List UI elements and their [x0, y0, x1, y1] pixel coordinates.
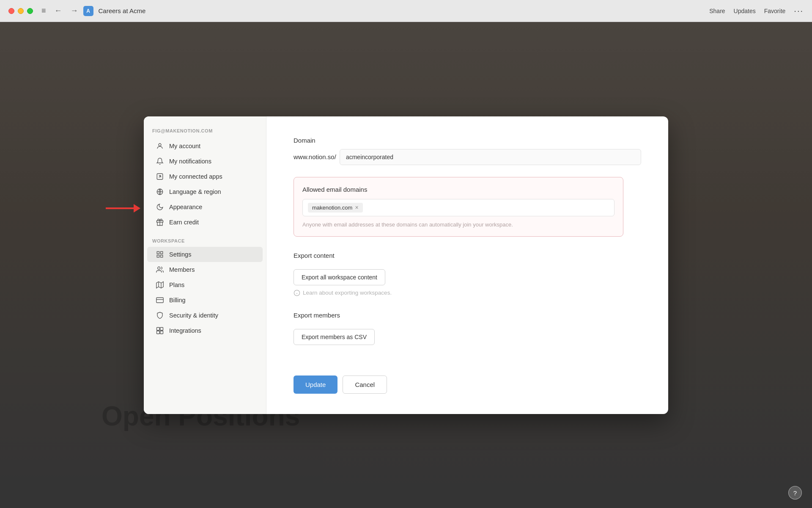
export-content-section: Export content Export all workspace cont…	[294, 252, 641, 296]
menu-button[interactable]: ≡	[41, 6, 46, 15]
globe-icon	[156, 188, 164, 196]
svg-rect-18	[160, 331, 163, 334]
sidebar-item-label: Plans	[169, 282, 184, 288]
sidebar-user-email: FIG@MAKENOTION.COM	[144, 128, 266, 138]
maximize-button[interactable]	[27, 8, 33, 14]
svg-rect-6	[161, 251, 163, 254]
sidebar-item-label: Appearance	[169, 204, 202, 210]
svg-point-0	[159, 144, 161, 146]
workspace-section-label: WORKSPACE	[144, 230, 266, 247]
export-members-section: Export members Export members as CSV	[294, 312, 641, 345]
domain-input[interactable]	[340, 149, 641, 165]
bottom-actions: Update Cancel	[294, 365, 641, 394]
sidebar-item-label: Settings	[169, 251, 191, 258]
share-button[interactable]: Share	[709, 8, 725, 14]
favorite-button[interactable]: Favorite	[764, 8, 786, 14]
moon-icon	[156, 203, 164, 211]
export-members-label: Export members	[294, 312, 641, 319]
export-content-button[interactable]: Export all workspace content	[294, 269, 385, 285]
main-content: Domain www.notion.so/ Allowed email doma…	[266, 116, 668, 414]
sidebar-item-my-notifications[interactable]: My notifications	[147, 154, 263, 169]
sidebar: FIG@MAKENOTION.COM My account	[144, 116, 266, 414]
cancel-button[interactable]: Cancel	[343, 375, 387, 394]
sidebar-item-members[interactable]: Members	[147, 262, 263, 277]
sidebar-item-settings[interactable]: Settings	[147, 247, 263, 262]
bell-icon	[156, 157, 164, 166]
sidebar-item-label: Integrations	[169, 327, 201, 334]
svg-rect-15	[157, 327, 160, 330]
domain-tag-remove[interactable]: ×	[355, 204, 358, 210]
apps-icon	[156, 326, 164, 335]
svg-marker-10	[156, 282, 164, 288]
close-button[interactable]	[8, 8, 14, 14]
person-icon	[156, 142, 164, 150]
domain-prefix: www.notion.so/	[294, 153, 336, 160]
sidebar-item-label: Billing	[169, 297, 186, 304]
page-title: Careers at Acme	[99, 7, 146, 14]
back-button[interactable]: ←	[55, 6, 62, 15]
sidebar-item-language-region[interactable]: Language & region	[147, 184, 263, 199]
sidebar-item-label: Language & region	[169, 188, 221, 195]
sidebar-item-my-account[interactable]: My account	[147, 138, 263, 154]
export-members-button[interactable]: Export members as CSV	[294, 329, 375, 345]
svg-rect-8	[157, 255, 159, 257]
allowed-domains-hint: Anyone with email addresses at these dom…	[302, 221, 614, 228]
forward-button[interactable]: →	[71, 6, 78, 15]
allowed-domains-box: Allowed email domains makenotion.com × A…	[294, 177, 623, 237]
svg-rect-5	[157, 251, 159, 254]
workspace-icon: A	[83, 6, 93, 16]
people-icon	[156, 265, 164, 274]
svg-rect-16	[160, 327, 163, 330]
grid-icon	[156, 250, 164, 259]
modal-overlay: FIG@MAKENOTION.COM My account	[0, 22, 812, 508]
gift-icon	[156, 218, 164, 226]
domain-section: Domain www.notion.so/	[294, 137, 641, 165]
updates-button[interactable]: Updates	[734, 8, 756, 14]
svg-rect-13	[156, 298, 164, 303]
sidebar-item-label: Members	[169, 266, 195, 273]
more-button[interactable]: ···	[794, 6, 804, 16]
svg-rect-17	[157, 331, 160, 334]
domain-row: www.notion.so/	[294, 149, 641, 165]
sidebar-item-security-identity[interactable]: Security & identity	[147, 308, 263, 323]
arrow-indicator	[106, 207, 135, 209]
sidebar-item-billing[interactable]: Billing	[147, 293, 263, 308]
titlebar-actions: Share Updates Favorite ···	[709, 6, 804, 16]
arrow-square-icon	[156, 172, 164, 181]
allowed-domains-title: Allowed email domains	[302, 186, 614, 193]
sidebar-item-my-connected-apps[interactable]: My connected apps	[147, 169, 263, 184]
domain-label: Domain	[294, 137, 641, 144]
sidebar-item-label: My connected apps	[169, 173, 222, 180]
update-button[interactable]: Update	[294, 375, 337, 394]
sidebar-item-label: Earn credit	[169, 219, 199, 226]
sidebar-item-appearance[interactable]: Appearance	[147, 199, 263, 215]
shield-icon	[156, 311, 164, 320]
sidebar-item-integrations[interactable]: Integrations	[147, 323, 263, 338]
export-content-label: Export content	[294, 252, 641, 259]
titlebar: ≡ ← → A Careers at Acme Share Updates Fa…	[0, 0, 812, 22]
card-icon	[156, 296, 164, 304]
sidebar-item-earn-credit[interactable]: Earn credit	[147, 215, 263, 230]
traffic-lights	[8, 8, 33, 14]
domain-tags-input[interactable]: makenotion.com ×	[302, 199, 614, 216]
domain-tag-text: makenotion.com	[312, 204, 352, 211]
minimize-button[interactable]	[18, 8, 24, 14]
domain-tag: makenotion.com ×	[308, 203, 363, 213]
svg-point-9	[158, 267, 160, 269]
export-learn-link[interactable]: Learn about exporting workspaces.	[294, 290, 641, 296]
export-learn-text: Learn about exporting workspaces.	[303, 290, 392, 296]
sidebar-item-plans[interactable]: Plans	[147, 277, 263, 293]
help-button[interactable]: ?	[788, 486, 802, 500]
sidebar-item-label: My notifications	[169, 158, 211, 165]
map-icon	[156, 281, 164, 289]
svg-rect-7	[161, 255, 163, 257]
settings-modal: FIG@MAKENOTION.COM My account	[144, 116, 668, 414]
sidebar-item-label: My account	[169, 143, 200, 149]
sidebar-item-label: Security & identity	[169, 312, 218, 319]
